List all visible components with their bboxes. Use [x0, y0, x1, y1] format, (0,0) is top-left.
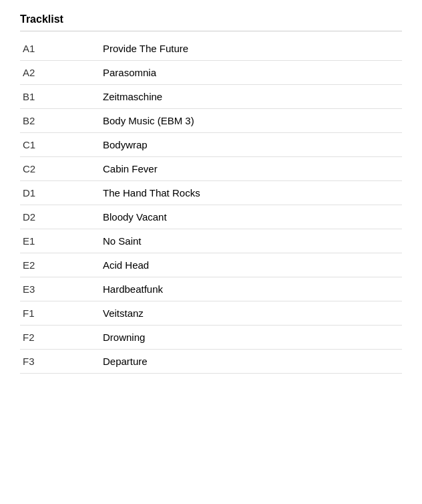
track-title: Zeitmaschine: [100, 85, 402, 109]
table-row: B2Body Music (EBM 3): [20, 109, 402, 133]
track-title: Hardbeatfunk: [100, 277, 402, 301]
table-row: C2Cabin Fever: [20, 157, 402, 181]
track-position: F3: [20, 350, 100, 374]
track-position: E1: [20, 229, 100, 253]
table-row: F1Veitstanz: [20, 301, 402, 326]
table-row: D2Bloody Vacant: [20, 205, 402, 229]
table-row: C1Bodywrap: [20, 133, 402, 157]
track-title: Cabin Fever: [100, 157, 402, 181]
tracklist-heading: Tracklist: [20, 13, 402, 31]
table-row: D1The Hand That Rocks: [20, 181, 402, 205]
table-row: F3Departure: [20, 350, 402, 374]
track-position: B2: [20, 109, 100, 133]
track-title: The Hand That Rocks: [100, 181, 402, 205]
track-position: E3: [20, 277, 100, 301]
track-position: F2: [20, 326, 100, 350]
track-position: F1: [20, 301, 100, 326]
track-title: No Saint: [100, 229, 402, 253]
track-position: D2: [20, 205, 100, 229]
tracklist-table: A1Provide The FutureA2ParasomniaB1Zeitma…: [20, 37, 402, 374]
track-position: C2: [20, 157, 100, 181]
track-position: E2: [20, 253, 100, 277]
table-row: F2Drowning: [20, 326, 402, 350]
table-row: E3Hardbeatfunk: [20, 277, 402, 301]
track-position: B1: [20, 85, 100, 109]
track-title: Bloody Vacant: [100, 205, 402, 229]
track-position: A1: [20, 37, 100, 61]
table-row: E2Acid Head: [20, 253, 402, 277]
track-title: Departure: [100, 350, 402, 374]
track-title: Provide The Future: [100, 37, 402, 61]
track-title: Parasomnia: [100, 61, 402, 85]
table-row: E1No Saint: [20, 229, 402, 253]
track-title: Acid Head: [100, 253, 402, 277]
table-row: A1Provide The Future: [20, 37, 402, 61]
table-row: A2Parasomnia: [20, 61, 402, 85]
tracklist-section: Tracklist A1Provide The FutureA2Parasomn…: [20, 13, 402, 374]
track-title: Veitstanz: [100, 301, 402, 326]
track-title: Drowning: [100, 326, 402, 350]
table-row: B1Zeitmaschine: [20, 85, 402, 109]
track-title: Bodywrap: [100, 133, 402, 157]
track-title: Body Music (EBM 3): [100, 109, 402, 133]
track-position: A2: [20, 61, 100, 85]
track-position: D1: [20, 181, 100, 205]
track-position: C1: [20, 133, 100, 157]
